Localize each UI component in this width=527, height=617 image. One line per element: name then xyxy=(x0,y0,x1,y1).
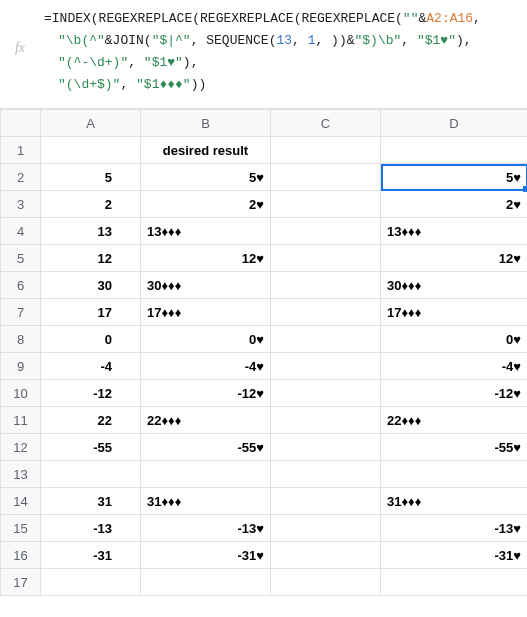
row-header[interactable]: 9 xyxy=(1,353,41,380)
cell[interactable] xyxy=(271,380,381,407)
cell[interactable]: 31♦♦♦ xyxy=(141,488,271,515)
cell[interactable] xyxy=(271,488,381,515)
table-row: 15-13-13♥-13♥ xyxy=(1,515,528,542)
cell[interactable]: 12♥ xyxy=(381,245,528,272)
cell[interactable]: 0♥ xyxy=(141,326,271,353)
col-header-b[interactable]: B xyxy=(141,110,271,137)
cell[interactable] xyxy=(381,569,528,596)
cell[interactable] xyxy=(41,137,141,164)
cell[interactable] xyxy=(271,353,381,380)
row-header[interactable]: 7 xyxy=(1,299,41,326)
cell[interactable]: -13♥ xyxy=(141,515,271,542)
cell[interactable]: 17♦♦♦ xyxy=(381,299,528,326)
cell[interactable]: 17 xyxy=(41,299,141,326)
cell[interactable]: -4♥ xyxy=(381,353,528,380)
row-header[interactable]: 3 xyxy=(1,191,41,218)
formula-line-1: =INDEX(REGEXREPLACE(REGEXREPLACE(REGEXRE… xyxy=(44,8,481,30)
row-header[interactable]: 15 xyxy=(1,515,41,542)
cell[interactable] xyxy=(271,218,381,245)
row-header[interactable]: 6 xyxy=(1,272,41,299)
cell[interactable] xyxy=(271,461,381,488)
col-header-a[interactable]: A xyxy=(41,110,141,137)
cell[interactable]: -13 xyxy=(41,515,141,542)
cell[interactable] xyxy=(271,434,381,461)
col-header-d[interactable]: D xyxy=(381,110,528,137)
cell[interactable] xyxy=(271,245,381,272)
cell[interactable]: 12 xyxy=(41,245,141,272)
cell[interactable]: -31♥ xyxy=(141,542,271,569)
col-header-c[interactable]: C xyxy=(271,110,381,137)
cell[interactable] xyxy=(271,407,381,434)
cell[interactable] xyxy=(381,137,528,164)
cell[interactable] xyxy=(41,569,141,596)
cell[interactable]: desired result xyxy=(141,137,271,164)
cell[interactable] xyxy=(271,569,381,596)
cell[interactable]: 22♦♦♦ xyxy=(141,407,271,434)
formula-content[interactable]: =INDEX(REGEXREPLACE(REGEXREPLACE(REGEXRE… xyxy=(40,8,481,96)
row-header[interactable]: 8 xyxy=(1,326,41,353)
cell[interactable]: 13♦♦♦ xyxy=(381,218,528,245)
cell[interactable] xyxy=(271,299,381,326)
cell[interactable] xyxy=(271,272,381,299)
cell[interactable]: 31 xyxy=(41,488,141,515)
row-header[interactable]: 14 xyxy=(1,488,41,515)
row-header[interactable]: 11 xyxy=(1,407,41,434)
table-row: 1desired result xyxy=(1,137,528,164)
cell[interactable]: -31 xyxy=(41,542,141,569)
cell[interactable]: 0 xyxy=(41,326,141,353)
cell[interactable]: 5♥ xyxy=(381,164,528,191)
row-header[interactable]: 12 xyxy=(1,434,41,461)
cell[interactable]: 30♦♦♦ xyxy=(141,272,271,299)
cell[interactable]: 2♥ xyxy=(381,191,528,218)
cell[interactable]: 22♦♦♦ xyxy=(381,407,528,434)
row-header[interactable]: 10 xyxy=(1,380,41,407)
cell[interactable] xyxy=(381,461,528,488)
cell[interactable]: -55♥ xyxy=(141,434,271,461)
fx-icon: fx xyxy=(0,8,40,56)
cell[interactable] xyxy=(41,461,141,488)
cell[interactable]: -13♥ xyxy=(381,515,528,542)
row-header[interactable]: 5 xyxy=(1,245,41,272)
table-row: 12-55-55♥-55♥ xyxy=(1,434,528,461)
row-header[interactable]: 16 xyxy=(1,542,41,569)
spreadsheet-grid[interactable]: A B C D 1desired result255♥5♥322♥2♥41313… xyxy=(0,109,527,596)
cell[interactable]: 31♦♦♦ xyxy=(381,488,528,515)
cell[interactable]: 17♦♦♦ xyxy=(141,299,271,326)
cell[interactable]: 5♥ xyxy=(141,164,271,191)
cell[interactable]: 2♥ xyxy=(141,191,271,218)
table-row: 322♥2♥ xyxy=(1,191,528,218)
cell[interactable]: 30 xyxy=(41,272,141,299)
cell[interactable]: -55♥ xyxy=(381,434,528,461)
cell[interactable]: -4♥ xyxy=(141,353,271,380)
cell[interactable]: 30♦♦♦ xyxy=(381,272,528,299)
cell[interactable]: 12♥ xyxy=(141,245,271,272)
cell[interactable]: -31♥ xyxy=(381,542,528,569)
cell[interactable]: -12♥ xyxy=(141,380,271,407)
cell[interactable] xyxy=(271,542,381,569)
table-row: 63030♦♦♦30♦♦♦ xyxy=(1,272,528,299)
cell[interactable] xyxy=(141,569,271,596)
cell[interactable] xyxy=(271,164,381,191)
cell[interactable]: 13♦♦♦ xyxy=(141,218,271,245)
cell[interactable] xyxy=(271,515,381,542)
cell[interactable]: -4 xyxy=(41,353,141,380)
row-header[interactable]: 17 xyxy=(1,569,41,596)
corner-cell[interactable] xyxy=(1,110,41,137)
row-header[interactable]: 2 xyxy=(1,164,41,191)
cell[interactable]: 0♥ xyxy=(381,326,528,353)
row-header[interactable]: 13 xyxy=(1,461,41,488)
cell[interactable]: 22 xyxy=(41,407,141,434)
cell[interactable]: 2 xyxy=(41,191,141,218)
cell[interactable]: -12 xyxy=(41,380,141,407)
cell[interactable] xyxy=(271,137,381,164)
cell[interactable]: -55 xyxy=(41,434,141,461)
table-row: 9-4-4♥-4♥ xyxy=(1,353,528,380)
cell[interactable]: 5 xyxy=(41,164,141,191)
cell[interactable]: -12♥ xyxy=(381,380,528,407)
row-header[interactable]: 4 xyxy=(1,218,41,245)
row-header[interactable]: 1 xyxy=(1,137,41,164)
cell[interactable] xyxy=(271,191,381,218)
cell[interactable] xyxy=(141,461,271,488)
cell[interactable]: 13 xyxy=(41,218,141,245)
cell[interactable] xyxy=(271,326,381,353)
